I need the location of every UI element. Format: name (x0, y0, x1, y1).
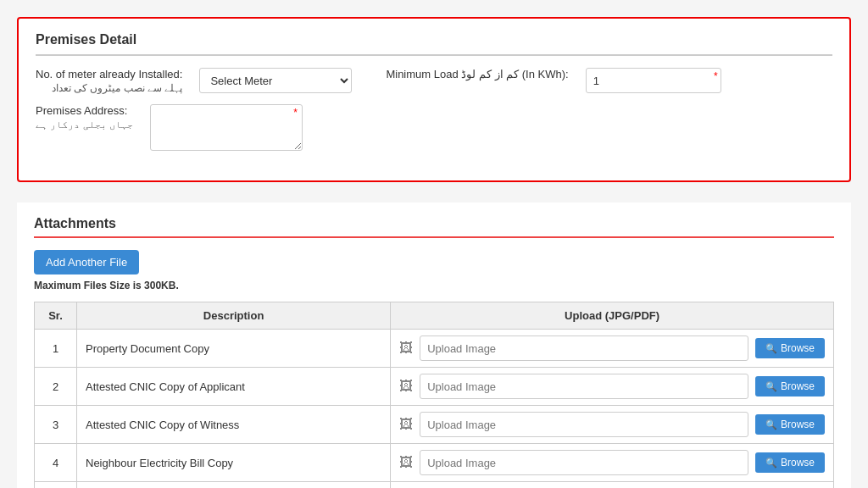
browse-label-2: Browse (781, 380, 815, 392)
search-icon-2 (765, 380, 777, 392)
meter-row: No. of meter already Installed: پہلے سے … (36, 68, 832, 94)
browse-label-3: Browse (781, 419, 815, 430)
min-load-label: Minimum Load کم از کم لوڈ (In KWh): (386, 68, 568, 80)
image-icon-4: 🖼 (399, 455, 413, 470)
premises-detail-section: Premises Detail No. of meter already Ins… (17, 17, 851, 182)
search-icon-3 (765, 419, 777, 430)
address-label-urdu: جہاں بجلی درکار ہے (36, 119, 133, 130)
address-textarea-wrapper: * (150, 104, 303, 153)
address-input-group: * (150, 104, 303, 153)
table-row: 5Wiring Contractor's Test Report🖼Browse (35, 482, 834, 489)
search-icon-4 (765, 457, 777, 469)
table-header-row: Sr. Description Upload (JPG/PDF) (35, 302, 834, 330)
address-row: Premises Address: جہاں بجلی درکار ہے * (36, 104, 832, 153)
row-sr-2: 2 (35, 368, 77, 406)
row-upload-4: 🖼Browse (391, 444, 834, 482)
min-load-input-wrapper: * (586, 68, 721, 93)
premises-detail-title: Premises Detail (36, 32, 832, 56)
browse-label-1: Browse (781, 342, 815, 354)
browse-label-4: Browse (781, 457, 815, 469)
row-upload-2: 🖼Browse (391, 368, 834, 406)
meter-label-group: No. of meter already Installed: پہلے سے … (36, 68, 182, 94)
attachments-table: Sr. Description Upload (JPG/PDF) 1Proper… (34, 302, 834, 488)
row-upload-3: 🖼Browse (391, 406, 834, 444)
browse-button-1[interactable]: Browse (755, 338, 825, 358)
browse-button-4[interactable]: Browse (755, 452, 825, 473)
col-sr: Sr. (35, 302, 77, 330)
meter-select-group: Select Meter 0 1 2 3 (199, 68, 352, 93)
row-description-3: Attested CNIC Copy of Witness (77, 406, 391, 444)
browse-button-2[interactable]: Browse (755, 376, 825, 396)
row-sr-1: 1 (35, 330, 77, 368)
row-description-2: Attested CNIC Copy of Applicant (77, 368, 391, 406)
table-row: 2Attested CNIC Copy of Applicant🖼Browse (35, 368, 834, 406)
upload-input-2[interactable] (420, 374, 748, 399)
min-load-required-star: * (714, 70, 718, 82)
table-row: 4Neighbour Electricity Bill Copy🖼Browse (35, 444, 834, 482)
add-another-file-button[interactable]: Add Another File (34, 250, 139, 274)
upload-input-4[interactable] (420, 450, 748, 475)
max-size-note: Maximum Files Size is 300KB. (34, 280, 834, 291)
image-icon-1: 🖼 (399, 341, 413, 356)
address-label: Premises Address: (36, 104, 133, 117)
upload-cell-3: 🖼Browse (399, 412, 825, 437)
upload-input-3[interactable] (420, 412, 748, 437)
meter-label-urdu: پہلے سے نصب میٹروں کی تعداد (36, 82, 182, 94)
meter-select[interactable]: Select Meter 0 1 2 3 (199, 68, 352, 93)
row-upload-5: 🖼Browse (391, 482, 834, 489)
meter-label: No. of meter already Installed: (36, 68, 182, 80)
row-description-1: Property Document Copy (77, 330, 391, 368)
row-description-5: Wiring Contractor's Test Report (77, 482, 391, 489)
address-textarea[interactable] (150, 104, 303, 151)
image-icon-2: 🖼 (399, 379, 413, 394)
upload-cell-2: 🖼Browse (399, 374, 825, 399)
row-sr-3: 3 (35, 406, 77, 444)
search-icon-1 (765, 342, 777, 354)
upload-input-1[interactable] (420, 336, 748, 361)
row-upload-1: 🖼Browse (391, 330, 834, 368)
attachments-title: Attachments (34, 216, 834, 238)
attachments-section: Attachments Add Another File Maximum Fil… (17, 202, 851, 488)
min-load-input-group: * (586, 68, 721, 93)
col-description: Description (77, 302, 391, 330)
row-sr-4: 4 (35, 444, 77, 482)
upload-cell-4: 🖼Browse (399, 450, 825, 475)
address-label-group: Premises Address: جہاں بجلی درکار ہے (36, 104, 133, 130)
browse-button-3[interactable]: Browse (755, 414, 825, 435)
table-row: 3Attested CNIC Copy of Witness🖼Browse (35, 406, 834, 444)
image-icon-3: 🖼 (399, 417, 413, 432)
upload-cell-1: 🖼Browse (399, 336, 825, 361)
min-load-label-group: Minimum Load کم از کم لوڈ (In KWh): (386, 68, 568, 82)
row-description-4: Neighbour Electricity Bill Copy (77, 444, 391, 482)
address-required-star: * (293, 107, 298, 119)
col-upload: Upload (JPG/PDF) (391, 302, 834, 330)
table-row: 1Property Document Copy🖼Browse (35, 330, 834, 368)
row-sr-5: 5 (35, 482, 77, 489)
attachments-tbody: 1Property Document Copy🖼Browse2Attested … (35, 330, 834, 489)
min-load-input[interactable] (586, 68, 721, 93)
